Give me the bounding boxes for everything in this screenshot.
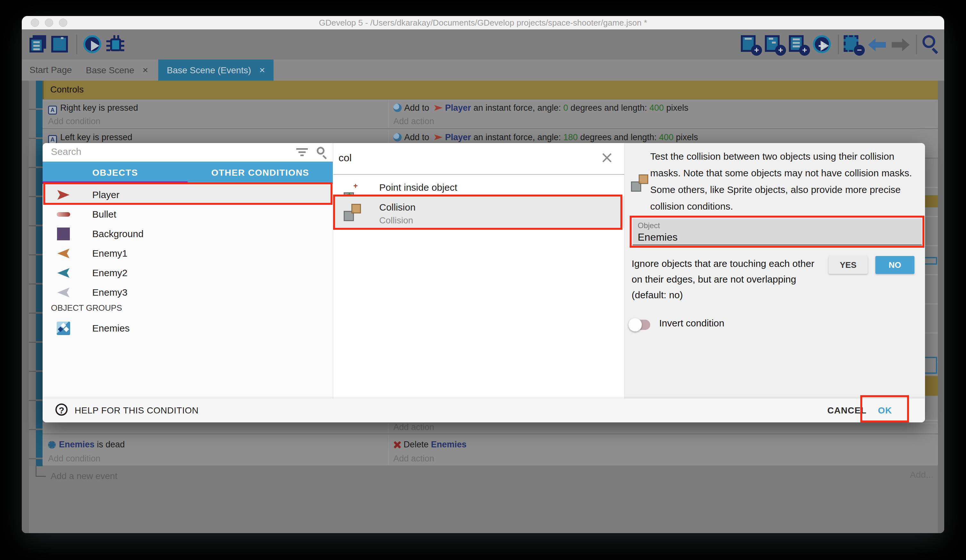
player-object-icon: [434, 134, 443, 141]
tab-other-conditions[interactable]: OTHER CONDITIONS: [188, 162, 333, 184]
event-row[interactable]: Add action: [43, 423, 938, 433]
clear-search-icon[interactable]: [601, 151, 613, 164]
redo-icon[interactable]: [892, 38, 910, 51]
add-condition-link[interactable]: Add condition: [48, 452, 100, 466]
object-field-label: Object: [638, 221, 660, 230]
tab-base-scene-events[interactable]: Base Scene (Events)×: [158, 59, 274, 81]
condition-action-divider: [388, 435, 389, 465]
ignore-touching-question: Ignore objects that are touching each ot…: [632, 256, 824, 303]
window-title: GDevelop 5 - /Users/dkarakay/Documents/G…: [22, 16, 944, 29]
add-action-link[interactable]: Add action: [393, 452, 434, 466]
no-button[interactable]: NO: [876, 256, 914, 274]
add-new-event-link[interactable]: Add a new event: [51, 471, 118, 481]
enemy3-object-icon: [56, 285, 71, 300]
choose-add-event-icon[interactable]: +: [813, 35, 831, 53]
condition-action-divider: [388, 423, 389, 433]
toolbar-separator: [838, 34, 839, 54]
condition-source-tabs: OBJECTS OTHER CONDITIONS: [43, 162, 333, 184]
condition-search-value: col: [338, 152, 352, 164]
cancel-button[interactable]: CANCEL: [827, 405, 867, 416]
help-link[interactable]: HELP FOR THIS CONDITION: [75, 405, 199, 416]
help-icon[interactable]: ?: [56, 403, 67, 416]
event-selection-strips: [36, 81, 43, 466]
enemy2-object-icon: [56, 265, 71, 280]
object-row-enemy2[interactable]: Enemy2: [43, 263, 333, 283]
force-icon: [393, 104, 402, 112]
condition-action-divider: [388, 100, 389, 128]
sheet-left-margin: [22, 81, 29, 533]
comment-text: Controls: [50, 85, 938, 95]
condition-text[interactable]: ARight key is pressed: [48, 101, 138, 115]
condition-text[interactable]: Enemies is dead: [48, 437, 125, 452]
action-text[interactable]: Add to Player an instant force, angle: 0…: [393, 101, 688, 115]
condition-parameters-panel: Test the collision between two objects u…: [624, 143, 925, 398]
filter-icon[interactable]: [296, 148, 308, 157]
object-groups-header: OBJECT GROUPS: [51, 303, 122, 313]
screenshot-stage: GDevelop 5 - /Users/dkarakay/Documents/G…: [0, 0, 966, 560]
add-comment-icon[interactable]: +: [789, 35, 807, 53]
add-event-icon[interactable]: +: [741, 35, 759, 53]
undo-icon[interactable]: [868, 38, 886, 51]
condition-text[interactable]: ALeft key is pressed: [48, 130, 132, 144]
event-row[interactable]: Enemies is dead Add condition Delete Ene…: [43, 435, 938, 465]
add-subevent-icon[interactable]: +: [765, 35, 783, 53]
result-collision[interactable]: Collision Collision: [334, 196, 624, 228]
collision-icon: [631, 174, 649, 192]
add-condition-link[interactable]: Add condition: [48, 114, 100, 128]
object-parameter-field[interactable]: Object Enemies: [632, 219, 922, 246]
event-tree-connector: [36, 465, 46, 477]
event-row[interactable]: ARight key is pressed Add condition Add …: [43, 100, 938, 128]
invert-condition-toggle[interactable]: [630, 320, 650, 330]
choose-condition-dialog: Search OBJECTS OTHER CONDITIONS Player: [43, 143, 925, 422]
close-tab-icon[interactable]: ×: [143, 59, 148, 81]
scene-editor-icon[interactable]: [51, 35, 69, 53]
bullet-object-icon: [56, 207, 71, 222]
condition-search-input[interactable]: col: [334, 143, 624, 175]
comment-event[interactable]: Controls: [43, 81, 938, 99]
object-row-bullet[interactable]: Bullet: [43, 205, 333, 224]
force-icon: [393, 133, 402, 141]
condition-description: Test the collision between two objects u…: [650, 148, 923, 215]
conditions-results-panel: col ++ Point inside object Collision Col…: [334, 143, 624, 398]
background-object-icon: [56, 226, 71, 241]
delete-x-icon: [393, 441, 400, 448]
keyboard-key-icon: A: [48, 135, 57, 144]
yes-button[interactable]: YES: [829, 256, 867, 274]
objects-panel: Search OBJECTS OTHER CONDITIONS Player: [43, 143, 333, 398]
object-row-enemy3[interactable]: Enemy3: [43, 283, 333, 302]
toggle-knob: [628, 318, 642, 332]
close-tab-icon[interactable]: ×: [260, 59, 265, 81]
delete-event-icon[interactable]: −: [844, 35, 862, 53]
add-more-link[interactable]: Add...: [910, 470, 933, 480]
tab-start-page[interactable]: Start Page: [25, 59, 76, 81]
object-row-background[interactable]: Background: [43, 224, 333, 244]
object-field-value: Enemies: [638, 231, 678, 243]
toolbar-separator: [916, 34, 917, 54]
collision-icon: [344, 203, 361, 221]
event-gutter: [29, 81, 36, 466]
editor-tab-bar: Start Page Base Scene× Base Scene (Event…: [22, 59, 944, 81]
tab-base-scene[interactable]: Base Scene×: [79, 59, 155, 81]
invert-condition-label: Invert condition: [659, 318, 724, 329]
sheet-right-margin: [938, 81, 944, 533]
ok-button[interactable]: OK: [863, 398, 907, 422]
search-events-icon[interactable]: [922, 35, 935, 48]
add-action-link[interactable]: Add action: [393, 114, 434, 128]
object-row-player[interactable]: Player: [43, 185, 333, 204]
app-window: GDevelop 5 - /Users/dkarakay/Documents/G…: [22, 16, 944, 533]
object-row-enemies-group[interactable]: Enemies: [43, 318, 333, 338]
preview-play-icon[interactable]: [83, 35, 101, 53]
object-search-input[interactable]: Search: [43, 143, 333, 162]
search-icon[interactable]: [317, 147, 324, 155]
main-toolbar: + + + + −: [22, 29, 944, 59]
toolbar-separator: [76, 34, 77, 54]
debug-icon[interactable]: [106, 35, 124, 53]
player-object-icon: [434, 104, 443, 111]
enemy1-object-icon: [56, 246, 71, 261]
tab-objects[interactable]: OBJECTS: [43, 162, 188, 184]
action-text[interactable]: Delete Enemies: [393, 437, 467, 452]
dialog-bottom-bar: ? HELP FOR THIS CONDITION CANCEL OK: [43, 398, 925, 422]
project-manager-icon[interactable]: [30, 35, 48, 53]
action-text[interactable]: Add to Player an instant force, angle: 1…: [393, 130, 698, 144]
object-row-enemy1[interactable]: Enemy1: [43, 244, 333, 264]
